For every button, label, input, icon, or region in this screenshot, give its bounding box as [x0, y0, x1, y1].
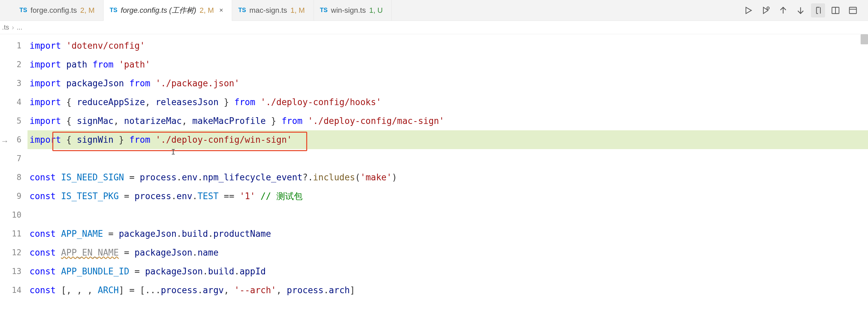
line-number[interactable]: 14: [7, 281, 28, 300]
text-cursor-icon: I: [171, 148, 172, 159]
token: './deploy-config/mac-sign': [308, 116, 444, 126]
token: makeMacProfile: [192, 116, 266, 126]
prev-change-button[interactable]: [776, 3, 790, 18]
token: includes: [313, 172, 355, 182]
token: TEST: [197, 191, 219, 201]
token: [255, 191, 260, 201]
token: ]: [350, 285, 355, 295]
token: const: [30, 172, 56, 182]
token: npm_lifecycle_event: [203, 172, 303, 182]
next-change-button[interactable]: [794, 3, 808, 18]
breadcrumb[interactable]: .ts › ...: [0, 21, 868, 34]
debug-run-button[interactable]: [759, 3, 773, 18]
line-number[interactable]: 2: [7, 55, 28, 74]
token: .: [324, 285, 329, 295]
token: import: [30, 135, 61, 145]
token: ] = [...: [119, 285, 161, 295]
breadcrumb-segment[interactable]: ...: [17, 24, 23, 31]
token: import: [30, 40, 61, 51]
token: packageJson: [145, 266, 203, 276]
token: releasesJson: [156, 97, 219, 107]
code-line[interactable]: import path from 'path': [28, 55, 868, 74]
code-line[interactable]: [28, 205, 868, 224]
line-number[interactable]: 5: [7, 112, 28, 130]
token: [124, 78, 129, 88]
line-number[interactable]: 6: [7, 130, 28, 149]
line-number[interactable]: 11: [7, 224, 28, 243]
line-number[interactable]: 9: [7, 187, 28, 205]
token: appId: [240, 266, 266, 276]
line-number[interactable]: 8: [7, 168, 28, 187]
token: APP_BUNDLE_ID: [61, 266, 129, 276]
token: [87, 59, 93, 69]
git-status-badge: 1, U: [369, 6, 383, 15]
close-icon[interactable]: ×: [219, 6, 223, 14]
code-line[interactable]: import { signMac, notarizeMac, makeMacPr…: [28, 112, 868, 130]
code-line[interactable]: import 'dotenv/config': [28, 36, 868, 55]
editor[interactable]: → 1234567891011121314 I import 'dotenv/c…: [0, 34, 868, 311]
token: .: [208, 229, 213, 239]
git-status-badge: 1, M: [290, 6, 305, 15]
toggle-whitespace-button[interactable]: [811, 3, 825, 18]
split-editor-button[interactable]: [829, 3, 842, 18]
tab[interactable]: TSmac-sign.ts1, M: [232, 0, 314, 21]
token: =: [124, 172, 140, 182]
token: '--arch': [235, 285, 276, 295]
token: process: [161, 285, 197, 295]
line-number[interactable]: 13: [7, 262, 28, 281]
run-button[interactable]: [741, 3, 755, 18]
tab[interactable]: TSwin-sign.ts1, U: [314, 0, 392, 21]
typescript-icon: TS: [110, 7, 117, 14]
token: path: [66, 59, 88, 69]
code-line[interactable]: import { reduceAppSize, releasesJson } f…: [28, 93, 868, 112]
token: =: [103, 229, 119, 239]
token: [61, 59, 66, 69]
token: .: [177, 229, 182, 239]
token: const: [30, 229, 56, 239]
line-number[interactable]: 3: [7, 74, 28, 93]
git-status-badge: 2, M: [199, 6, 214, 15]
token: from: [235, 97, 255, 107]
token: from: [281, 116, 303, 126]
token: notarizeMac: [124, 116, 182, 126]
editor-content[interactable]: I import 'dotenv/config'import path from…: [28, 34, 868, 311]
token: packageJson: [119, 229, 177, 239]
token: ,: [276, 285, 287, 295]
token: './package.json': [156, 78, 240, 88]
code-line[interactable]: const APP_BUNDLE_ID = packageJson.build.…: [28, 262, 868, 281]
token: APP_NAME: [61, 229, 103, 239]
token: packageJson: [134, 248, 192, 258]
token: =: [119, 191, 134, 201]
token: from: [129, 135, 150, 145]
code-line[interactable]: import { signWin } from './deploy-config…: [28, 130, 868, 149]
breadcrumb-segment[interactable]: .ts: [2, 24, 9, 31]
token: build: [182, 229, 208, 239]
tab[interactable]: TSforge.config.ts2, M: [13, 0, 104, 21]
code-line[interactable]: const [, , , ARCH] = [...process.argv, '…: [28, 281, 868, 300]
token: env: [182, 172, 197, 182]
token: }: [219, 97, 235, 107]
line-number[interactable]: 7: [7, 149, 28, 168]
token: reduceAppSize: [77, 97, 145, 107]
code-line[interactable]: [28, 149, 868, 168]
token: [150, 78, 156, 88]
code-line[interactable]: import packageJson from './package.json': [28, 74, 868, 93]
line-number[interactable]: 4: [7, 93, 28, 112]
token: signMac: [77, 116, 114, 126]
code-line[interactable]: const IS_TEST_PKG = process.env.TEST == …: [28, 187, 868, 205]
token: [56, 191, 61, 201]
token: {: [61, 116, 77, 126]
code-line[interactable]: const APP_EN_NAME = packageJson.name: [28, 243, 868, 262]
line-number[interactable]: 12: [7, 243, 28, 262]
more-actions-button[interactable]: [846, 3, 860, 18]
token: './deploy-config/win-sign': [156, 135, 292, 145]
token: [56, 266, 61, 276]
code-line[interactable]: const IS_NEED_SIGN = process.env.npm_lif…: [28, 168, 868, 187]
line-number[interactable]: 10: [7, 205, 28, 224]
line-number[interactable]: 1: [7, 36, 28, 55]
token: argv: [203, 285, 224, 295]
token: .: [197, 285, 203, 295]
tab[interactable]: TSforge.config.ts (工作树)2, M×: [104, 0, 232, 21]
code-line[interactable]: const APP_NAME = packageJson.build.produ…: [28, 224, 868, 243]
typescript-icon: TS: [20, 7, 27, 14]
